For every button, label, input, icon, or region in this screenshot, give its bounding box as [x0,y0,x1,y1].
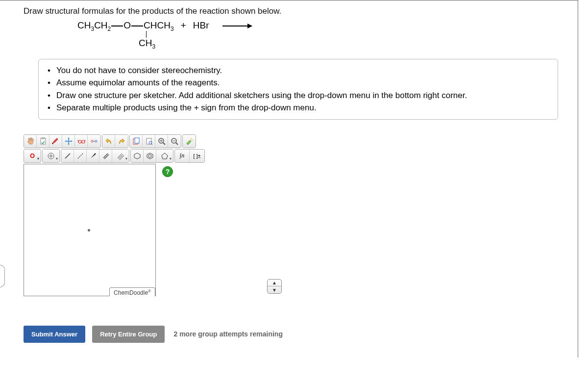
svg-marker-16 [162,153,168,159]
pentagon-dropdown[interactable] [156,150,173,162]
cut-button[interactable] [130,135,143,148]
side-tab[interactable] [0,265,5,287]
svg-point-4 [91,140,93,142]
reagent-hbr: HBr [193,20,209,31]
hexagon-button[interactable] [131,150,144,162]
marker-tool[interactable] [49,135,62,148]
glasses-tool[interactable] [75,135,88,148]
sketcher-canvas[interactable]: ? ChemDoodle® ▲ ▼ [24,164,156,296]
question-text: Draw structural formulas for the product… [24,6,568,16]
zoom-in-button[interactable] [155,135,168,148]
undo-button[interactable] [102,135,115,148]
attempts-remaining: 2 more group attempts remaining [173,330,282,338]
stepper-up-icon[interactable]: ▲ [268,280,281,287]
paste-tool[interactable] [37,135,49,148]
benzene-button[interactable] [144,150,156,162]
retry-button[interactable]: Retry Entire Group [92,326,165,343]
reaction-arrow [222,26,252,26]
double-bond-button[interactable] [99,150,112,162]
toolbar-row-2: O ∫n [ ]± [24,149,278,163]
reactant-ether: CH3CH2OCHCH3 CH3 [77,20,174,44]
single-bond-button[interactable] [61,150,74,162]
svg-point-2 [78,140,81,143]
reaction-formula: CH3CH2OCHCH3 CH3 + HBr [24,20,568,44]
canvas-atom-dot[interactable] [88,229,90,231]
add-dropdown[interactable] [43,150,59,162]
instruction-item: Separate multiple products using the + s… [48,102,549,114]
sn-button[interactable]: ∫n [175,150,190,162]
svg-point-15 [148,154,151,157]
hand-tool[interactable] [24,135,37,148]
wedge-bond-button[interactable] [87,150,99,162]
svg-rect-7 [135,138,139,143]
move-tool[interactable] [62,135,75,148]
plus-sign: + [181,20,186,31]
button-row: Submit Answer Retry Entire Group 2 more … [24,326,568,343]
svg-point-3 [82,140,85,143]
instruction-item: Assume equimolar amounts of the reagents… [48,77,549,89]
brackets-button[interactable]: [ ]± [190,150,204,162]
svg-marker-14 [147,153,153,159]
submit-button[interactable]: Submit Answer [24,326,85,343]
sketcher: O ∫n [ ]± ? [24,134,278,296]
instruction-item: Draw one structure per sketcher. Add add… [48,89,549,102]
svg-marker-13 [134,153,140,159]
help-button[interactable]: ? [162,166,173,177]
redo-button[interactable] [115,135,128,148]
toolbar-row-1 [24,134,278,148]
chemdoodle-label: ChemDoodle® [109,287,155,296]
zoom-out-button[interactable] [168,135,181,148]
sketcher-stepper[interactable]: ▲ ▼ [267,279,282,294]
atom-dropdown[interactable]: O [24,150,41,162]
svg-rect-1 [42,137,45,139]
dashed-bond-button[interactable] [74,150,87,162]
instruction-item: You do not have to consider stereochemis… [48,64,549,77]
stepper-down-icon[interactable]: ▼ [268,286,281,293]
svg-point-5 [95,140,97,142]
triple-bond-dropdown[interactable] [112,150,129,162]
clean-button[interactable] [183,135,196,148]
copy-button[interactable] [143,135,155,148]
instructions-box: You do not have to consider stereochemis… [38,59,558,120]
question-container: Draw structural formulas for the product… [0,0,578,358]
flip-tool[interactable] [88,135,100,148]
